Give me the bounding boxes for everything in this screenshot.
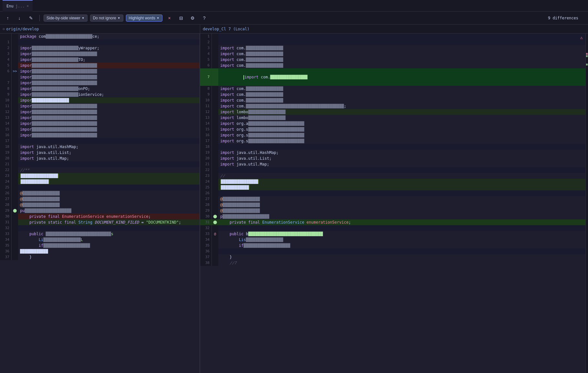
branch-headers: ⊙ origin/develop develop_Cl 7 (Local)	[0, 25, 588, 34]
table-row: 3 import com.████████████████	[200, 45, 585, 51]
table-row: 30 private final EnumerationService enum…	[0, 214, 200, 219]
table-row: 19 import java.util.HashMap;	[200, 150, 585, 156]
table-row: 17	[0, 138, 200, 144]
table-row: 35 if████████████████████	[200, 243, 585, 248]
table-row: 2 impor████████████████████yWrapper;	[0, 45, 200, 51]
table-row: 31 ⬤ private final EnumerationService en…	[200, 219, 585, 225]
table-row: 1	[200, 34, 585, 39]
table-row: 33 public ████████████████████████████s	[0, 231, 200, 237]
table-row: 9 import com.████████████████	[200, 92, 585, 97]
table-row: 21	[0, 161, 200, 167]
tab-filename: Enu	[6, 4, 14, 8]
table-row: 3 impor████████████████████████████	[0, 51, 200, 57]
table-row: 27 @████████████████	[0, 196, 200, 202]
table-row: 17 import org.s████████████████████████	[200, 138, 585, 144]
branch-right-header: develop_Cl 7 (Local)	[200, 25, 588, 33]
right-code-lines: 1 2 3 import com.████████████████ 4 impo…	[200, 34, 585, 266]
table-row: 9 impor████████████████████ionService;	[0, 92, 200, 97]
settings-button[interactable]: ⚙	[188, 14, 197, 23]
table-row: 15 impor████████████████████████████	[0, 126, 200, 132]
table-row: 20 import java.util.Map;	[0, 156, 200, 161]
table-row: 1	[0, 39, 200, 45]
table-row: 28 @████████████████	[200, 202, 585, 208]
table-row: 6 import com.████████████████	[200, 63, 585, 68]
table-row: 2	[200, 39, 585, 45]
table-row: 30 ⬤ p████████████████████	[200, 214, 585, 219]
table-row: 35 if████████████████████	[0, 243, 200, 248]
help-button[interactable]: ?	[200, 14, 209, 23]
table-row: 29 ⬤ pu████████████████████	[0, 208, 200, 214]
right-panel[interactable]: 1 2 3 import com.████████████████ 4 impo…	[200, 34, 585, 373]
table-row: package com████████████████████ce;	[0, 34, 200, 39]
highlight-words-chevron-icon: ▼	[157, 16, 160, 20]
table-row: 28 @████████████████	[0, 202, 200, 208]
tab-bar: Enu j... ×	[0, 0, 588, 12]
warning-icon: ⚠	[580, 35, 583, 40]
diff-count: 9 differences	[548, 16, 585, 20]
table-row: 38 //7	[200, 260, 585, 266]
table-row: 18	[200, 144, 585, 150]
table-row: 22 //**	[0, 167, 200, 173]
table-row: 27 @████████████████	[200, 196, 585, 202]
table-row: 24 ████████████████	[200, 179, 585, 185]
table-row: 11 import com.██████████████████████████…	[200, 103, 585, 109]
table-row: 4 import com.████████████████	[200, 51, 585, 57]
table-row: 5 impor████████████████████████████	[0, 63, 200, 68]
left-code-lines: package com████████████████████ce; 1 2 i…	[0, 34, 200, 260]
table-row: 8 import com.████████████████	[200, 86, 585, 92]
file-tab[interactable]: Enu j... ×	[3, 0, 33, 12]
table-row: 24 ████████████	[0, 179, 200, 185]
table-row: 25	[0, 185, 200, 190]
close-highlight-button[interactable]: ×	[165, 14, 174, 23]
diff-area: package com████████████████████ce; 1 2 i…	[0, 34, 588, 373]
table-row: 13 impor████████████████████████████	[0, 115, 200, 121]
nav-up-button[interactable]: ↑	[3, 14, 12, 23]
table-row: 12 import lombo████████████████	[200, 109, 585, 115]
table-row: 5 import com.████████████████	[200, 57, 585, 63]
nav-down-button[interactable]: ↓	[15, 14, 24, 23]
do-not-ignore-button[interactable]: Do not ignore ▼	[90, 15, 123, 22]
toolbar: ↑ ↓ ✎ Side-by-side viewer ▼ Do not ignor…	[0, 12, 588, 25]
table-row: 10 impor████████████████	[0, 97, 200, 103]
table-row: 18 import java.util.HashMap;	[0, 144, 200, 150]
do-not-ignore-chevron-icon: ▼	[118, 16, 120, 20]
table-row: 23 //	[200, 173, 585, 179]
highlight-words-button[interactable]: Highlight words ▼	[126, 15, 162, 22]
do-not-ignore-label: Do not ignore	[93, 16, 116, 20]
table-row: 8 impor████████████████████onPO;	[0, 86, 200, 92]
table-row: 14 impor████████████████████████████	[0, 121, 200, 126]
table-row: 19 import java.util.List;	[0, 150, 200, 156]
table-row: 36	[200, 248, 585, 254]
table-row: 16 import org.s████████████████████████	[200, 132, 585, 138]
divider-1	[39, 15, 40, 21]
table-row: 31 private static final String DOCUMENT_…	[0, 219, 200, 225]
side-by-side-label: Side-by-side viewer	[46, 16, 80, 20]
left-panel[interactable]: package com████████████████████ce; 1 2 i…	[0, 34, 200, 373]
edit-button[interactable]: ✎	[26, 14, 36, 23]
table-row: 10 import com.████████████████	[200, 97, 585, 103]
branch-left-header: ⊙ origin/develop	[0, 25, 200, 33]
table-row: 12 impor████████████████████████████	[0, 109, 200, 115]
columns-icon-button[interactable]: ⊟	[177, 14, 186, 23]
table-row: 14 import org.a████████████████████████	[200, 121, 585, 126]
minimap[interactable]	[585, 34, 588, 373]
table-row: 29 @████████████████	[200, 208, 585, 214]
table-row: 13 import lombo████████████████	[200, 115, 585, 121]
table-row: 11 impor████████████████████████████	[0, 103, 200, 109]
table-row: 26	[200, 190, 585, 196]
table-row: 33 @ public b███████████████████████████…	[200, 231, 585, 237]
table-row: 37 }	[200, 254, 585, 260]
table-row: 15 import org.s████████████████████████	[200, 126, 585, 132]
table-row: 22	[200, 167, 585, 173]
table-row: 4 impor████████████████████TO;	[0, 57, 200, 63]
left-branch-name: origin/develop	[6, 27, 39, 31]
table-row: 32	[200, 225, 585, 231]
table-row: 16 impor████████████████████████████	[0, 132, 200, 138]
table-row: 23 ████████████████	[0, 173, 200, 179]
table-row: 34 Li████████████████L	[0, 237, 200, 243]
side-by-side-button[interactable]: Side-by-side viewer ▼	[44, 15, 88, 22]
tab-close-button[interactable]: ×	[27, 4, 29, 8]
tab-filename-suffix: j...	[15, 4, 25, 8]
table-row: 34 Lis████████████████	[200, 237, 585, 243]
table-row: 36 ████████████	[0, 248, 200, 254]
